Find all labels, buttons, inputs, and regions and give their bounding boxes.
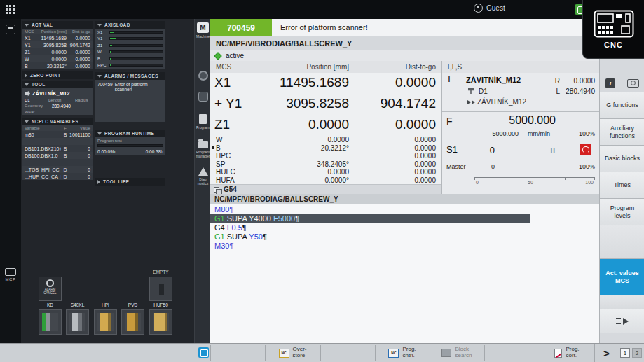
program-line[interactable]: G1 SUPA Y50¶ [210,232,599,241]
d-number: D1 [479,88,488,95]
tool-edge-icon [468,88,474,94]
collapse-icon [25,24,29,27]
empty-slot-label: EMPTY [149,270,172,274]
cnc-hmi-screen: Guest CNC MCP ACT VAL [0,0,644,362]
tool-photo [97,313,114,331]
alarm-code-badge[interactable]: 700459 [210,19,272,36]
tool-header[interactable]: TOOL [22,81,93,88]
program-path-header: NC/MPF/VIBRODIAG/BALLSCREW_Y [210,36,599,50]
spindle-actual: 0 [470,145,495,155]
col-mcs: MCS [216,63,231,71]
tool-photo [69,313,85,331]
program-line[interactable]: G4 F0.5¶ [210,223,599,232]
alarm-cancel-icon [46,279,54,287]
zero-point-header[interactable]: ZERO POINT [22,71,93,79]
scale-100: 100 [585,180,594,185]
mcp-label: MCP [2,277,19,281]
softkey-menu-extend[interactable] [600,309,644,333]
tool-row-wear: Wear [25,110,48,114]
zero-offset: G54 [224,186,237,193]
softkey-overstore[interactable]: NC Over-store [265,344,320,362]
runtime-elapsed: 0:00:09h [97,149,115,154]
nav-mda[interactable] [195,92,211,103]
menu-extend-icon [616,318,629,325]
axisload-header[interactable]: AXISLOAD [95,21,165,29]
tool-slot-hpi[interactable] [94,309,117,335]
load-bar [109,31,163,34]
runtime-progress [97,144,163,147]
mcp-button[interactable]: MCP [2,268,19,281]
alarms-header[interactable]: ALARMS / MESSAGES [95,72,165,80]
horizontal-softkey-bar: NC Over-store NC Prog.cntrl. Blocksearch… [0,343,644,362]
zero-point-title: ZERO POINT [30,73,61,78]
nav-program-manager[interactable]: Program manager [195,139,211,158]
channel-status: active [226,52,244,60]
tool-life-header[interactable]: TOOL LIFE [95,178,165,186]
act-val-header[interactable]: ACT VAL [22,21,93,29]
load-bar [109,57,163,60]
load-bar [109,64,163,67]
jog-wheel-icon [198,71,208,81]
table-row: Y13095.8258904.1742 [22,41,93,48]
ncplc-header[interactable]: NCPLC VARIABLES [22,118,93,125]
alarm-entry[interactable]: 700459 Error of platform scanner! [95,80,165,94]
app-launcher-icon[interactable] [6,5,15,14]
alarm-cancel-button[interactable]: ALARM CANCEL [39,277,62,301]
tool-row-geometry: Geometry [25,104,48,109]
softkey-prog-corr[interactable]: Prog.corr. [540,344,594,362]
feed-override: 100% [579,130,595,137]
tool-photo [42,313,58,331]
divider [442,111,599,112]
widget-axisload: AXISLOAD X1 Y1 Z1 W B HPC [95,21,165,69]
info-icon[interactable]: i [605,78,615,88]
softkey-block-search[interactable]: Blocksearch [430,344,484,362]
expand-icon [25,74,27,78]
cnc-panel-icon [594,10,634,38]
cnc-label: CNC [604,41,623,49]
widget-tool-life: TOOL LIFE [95,178,165,186]
override-scale [474,177,595,180]
user-menu[interactable]: Guest [474,4,505,13]
next-tool-name: ZÁVITNÍK_M12 [477,98,526,106]
radius-value: 0.0000 [563,77,595,85]
folder-icon [198,141,208,148]
tool-slot-s40xl[interactable] [66,309,89,335]
program-line-current[interactable]: G1 SUPA Y4000 F5000¶ [210,214,530,223]
tool-life-title: TOOL LIFE [103,179,129,184]
softkey-auxiliary-functions[interactable]: Auxiliary functions [600,118,644,145]
tool-icon [25,91,30,97]
axis-row-w: W0.00000.0000 [210,136,441,144]
runtime-total: 0:00:38h [146,149,163,154]
feed-actual: 5000.000 [509,114,556,127]
nav-diagnostics[interactable]: Diag nostics [195,167,211,186]
tool-slot-pvd[interactable] [121,309,144,335]
nav-machine[interactable]: M Machine [195,22,211,39]
softkey-icon-row: i [600,75,644,92]
program-line[interactable]: M30¶ [210,241,599,250]
mcp-icon [5,268,16,276]
softkey-bar-extend[interactable]: > [594,344,618,362]
col-dist-to-go: Dist-to-go [406,63,436,71]
page-1[interactable]: 1 [620,348,630,358]
page-2[interactable]: 2 [632,348,642,358]
tool-slot-huf50[interactable] [149,309,172,335]
softkey-g-functions[interactable]: G functions [600,92,644,118]
camera-icon[interactable] [627,79,639,88]
nav-jog[interactable] [195,71,211,82]
table-row: Z10.00000.0000 [22,48,93,55]
active-status-icon [214,52,221,60]
softkey-act-values-mcs[interactable]: Act. values MCS [600,258,644,295]
ncplc-colhead: Variable F Value [22,125,93,131]
runtime-header[interactable]: PROGRAM RUNTIME [95,130,165,137]
empty-tool-slot[interactable] [149,277,172,301]
tool-slot-kd[interactable] [39,309,62,335]
zero-offset-row: G54 [210,184,441,194]
softkey-prog-cntrl[interactable]: NC Prog.cntrl. [375,344,430,362]
softkey-times[interactable]: Times [600,172,644,198]
softkey-program-levels[interactable]: Program levels [600,198,644,225]
nav-program[interactable]: Program [195,114,211,130]
program-line[interactable]: M80¶ [210,204,599,214]
softkey-basic-blocks[interactable]: Basic blocks [600,145,644,172]
load-bar [109,50,163,53]
widgets-icon[interactable] [6,25,15,34]
